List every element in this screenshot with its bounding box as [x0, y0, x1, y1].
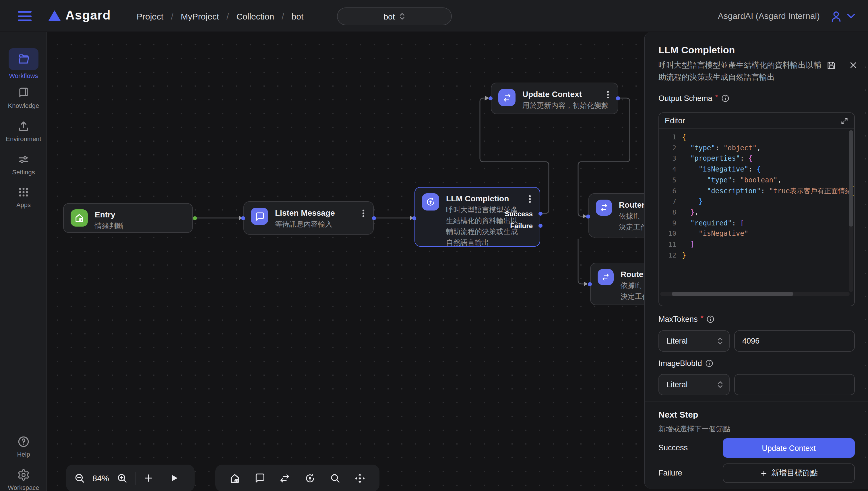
- account-chevron-down-icon[interactable]: [847, 12, 856, 20]
- select-chevrons-icon: [717, 337, 723, 345]
- account-label: AsgardAI (Asgard Internal): [718, 11, 820, 21]
- port-listen-out[interactable]: [372, 216, 376, 220]
- move-diamond-icon[interactable]: [354, 472, 366, 484]
- port-listen-in[interactable]: [241, 216, 245, 220]
- port-router2-in[interactable]: [588, 282, 592, 286]
- node-title: LLM Completion: [446, 193, 525, 204]
- port-update-context-out[interactable]: [616, 96, 620, 100]
- run-workflow-button[interactable]: [169, 473, 179, 483]
- node-update-context[interactable]: Update Context 用於更新內容，初始化變數: [491, 83, 618, 114]
- node-palette-toolbar: [215, 465, 379, 491]
- sidebar-label: Settings: [0, 169, 47, 175]
- sidebar-item-help[interactable]: Help: [0, 435, 47, 458]
- sidebar-label: Knowledge: [0, 102, 47, 109]
- node-text: Entry 情緒判斷: [95, 209, 124, 232]
- sidebar-item-settings[interactable]: Settings: [0, 152, 47, 175]
- info-icon[interactable]: [705, 359, 713, 368]
- port-update-context-in[interactable]: [489, 96, 493, 100]
- imageblobid-input[interactable]: [734, 374, 855, 395]
- editor-vscrollbar-thumb[interactable]: [849, 130, 853, 227]
- editor-body[interactable]: 123456789101112 { "type": "object", "pro…: [659, 129, 854, 298]
- node-llm-completion[interactable]: LLM Completion 呼叫大型語言模型並產 生結構化的資料輸出以 輔助流…: [414, 187, 540, 247]
- asgard-logo-icon[interactable]: [48, 10, 61, 21]
- failure-add-target-button[interactable]: 新增目標節點: [723, 463, 855, 483]
- sidebar-item-workflows[interactable]: Workflows: [0, 48, 47, 79]
- close-icon[interactable]: [849, 61, 858, 69]
- sidebar-item-knowledge[interactable]: Knowledge: [0, 86, 47, 109]
- failure-row-label: Failure: [658, 469, 682, 477]
- node-title: Listen Message: [275, 208, 335, 218]
- swap-arrows-icon: [596, 200, 612, 216]
- editor-code[interactable]: { "type": "object", "properties": { "isN…: [682, 129, 854, 298]
- node-entry[interactable]: Entry 情緒判斷: [63, 203, 193, 233]
- node-subtitle: 情緒判斷: [95, 221, 124, 232]
- swap-arrows-icon: [498, 89, 516, 106]
- success-row-label: Success: [658, 443, 688, 452]
- kebab-menu-icon[interactable]: [526, 195, 534, 204]
- required-asterisk: *: [715, 93, 718, 102]
- zoom-toolbar: 84%: [66, 465, 195, 491]
- imageblobid-mode-select[interactable]: Literal: [658, 374, 730, 395]
- sidebar: Workflows Knowledge Environment Settings…: [0, 32, 47, 491]
- hamburger-menu-icon[interactable]: [18, 11, 33, 22]
- maxtokens-label-row: MaxTokens *: [658, 315, 715, 323]
- sidebar-item-environment[interactable]: Environment: [0, 119, 47, 142]
- sidebar-label: Workflows: [0, 72, 47, 79]
- zoom-out-icon[interactable]: [74, 473, 85, 484]
- workflow-select-value: bot: [384, 12, 395, 21]
- breadcrumb: Project / MyProject / Collection / bot: [137, 0, 303, 32]
- chat-bubble-icon: [251, 208, 268, 225]
- editor-hscrollbar-thumb[interactable]: [672, 292, 793, 296]
- node-title: Entry: [95, 209, 124, 220]
- sidebar-item-workspace[interactable]: Workspace: [0, 468, 47, 491]
- app-title[interactable]: Asgard: [65, 8, 111, 23]
- breadcrumb-myproject[interactable]: MyProject: [181, 11, 219, 21]
- breadcrumb-collection[interactable]: Collection: [236, 11, 274, 21]
- kebab-menu-icon[interactable]: [604, 90, 612, 99]
- sidebar-label: Environment: [0, 135, 47, 142]
- maxtokens-input[interactable]: [734, 330, 855, 352]
- success-target-button[interactable]: Update Context: [723, 438, 855, 458]
- zoom-in-icon[interactable]: [116, 473, 128, 484]
- edge-to-router2: [578, 239, 586, 284]
- editor-label: Editor: [665, 116, 685, 125]
- port-llm-failure[interactable]: [539, 224, 543, 228]
- sidebar-item-apps[interactable]: Apps: [0, 185, 47, 208]
- book-icon: [0, 86, 47, 100]
- divider: [645, 402, 868, 402]
- swap-arrows-icon[interactable]: [279, 472, 291, 484]
- breadcrumb-bot[interactable]: bot: [292, 11, 304, 21]
- help-circle-icon: [0, 435, 47, 449]
- port-entry-out[interactable]: [193, 216, 197, 220]
- arrowhead: [584, 282, 588, 286]
- editor-gutter: 123456789101112: [659, 129, 682, 298]
- imageblobid-label: ImageBlobId: [658, 359, 702, 368]
- node-listen-message[interactable]: Listen Message 等待訊息內容輸入: [243, 201, 374, 235]
- expand-icon[interactable]: [840, 117, 848, 125]
- add-node-button[interactable]: [143, 473, 154, 484]
- info-icon[interactable]: [706, 315, 715, 323]
- workflow-select[interactable]: bot: [337, 7, 452, 25]
- schema-editor[interactable]: Editor 123456789101112 { "type": "object…: [658, 112, 855, 306]
- search-icon[interactable]: [329, 473, 341, 484]
- port-llm-in[interactable]: [412, 216, 416, 220]
- house-plus-icon[interactable]: [229, 472, 241, 484]
- chat-bubble-icon[interactable]: [254, 473, 265, 484]
- output-schema-label-row: Output Schema *: [658, 94, 730, 103]
- user-avatar-icon[interactable]: [830, 10, 843, 23]
- kebab-menu-icon[interactable]: [359, 209, 368, 218]
- select-value: Literal: [667, 380, 688, 389]
- node-text: LLM Completion 呼叫大型語言模型並產 生結構化的資料輸出以 輔助流…: [446, 193, 525, 247]
- info-icon[interactable]: [721, 94, 730, 103]
- save-icon[interactable]: [826, 60, 836, 70]
- breadcrumb-project[interactable]: Project: [137, 11, 163, 21]
- port-router1-in[interactable]: [586, 214, 590, 219]
- breadcrumb-separator: /: [171, 11, 173, 21]
- llm-orbit-icon[interactable]: [304, 472, 316, 484]
- maxtokens-mode-select[interactable]: Literal: [658, 330, 730, 352]
- port-llm-success[interactable]: [539, 212, 543, 216]
- next-step-title: Next Step: [658, 409, 698, 419]
- select-value: Literal: [667, 337, 688, 345]
- breadcrumb-separator: /: [226, 11, 229, 21]
- sidebar-label: Workspace: [0, 484, 47, 491]
